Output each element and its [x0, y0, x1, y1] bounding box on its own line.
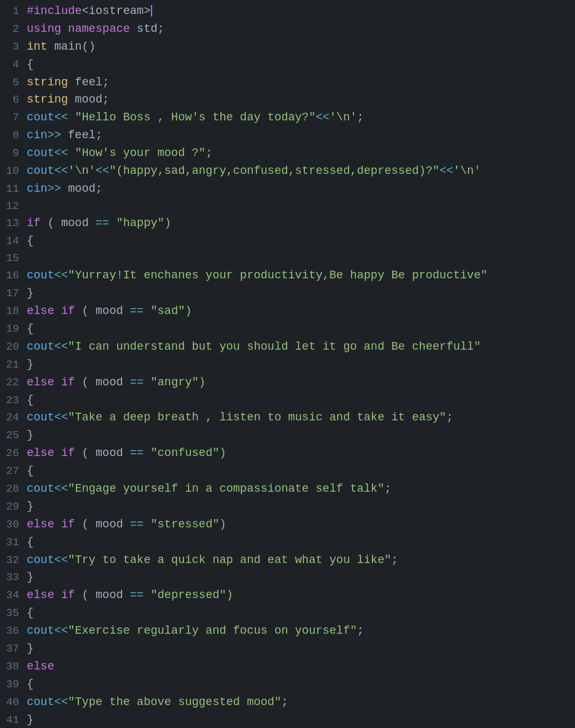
code-line: 33}: [0, 569, 575, 587]
token: '\n': [453, 164, 481, 177]
code-line: 35{: [0, 604, 575, 622]
token: main(): [47, 40, 96, 53]
token: {: [27, 394, 34, 406]
code-line: 13if ( mood == "happy"): [0, 215, 575, 232]
line-content: else if ( mood == "confused"): [27, 445, 226, 462]
code-editor: 1#include<iostream>2using namespace std;…: [0, 0, 575, 728]
line-number: 28: [5, 481, 19, 497]
code-line: 5string feel;: [0, 74, 575, 92]
line-number: 16: [5, 268, 19, 284]
token: [54, 304, 61, 317]
code-line: 30else if ( mood == "stressed"): [0, 516, 575, 534]
token: {: [27, 678, 34, 690]
token: ( mood: [75, 304, 130, 317]
line-content: int main(): [27, 38, 96, 56]
token: "Try to take a quick nap and eat what yo…: [68, 553, 392, 566]
line-number: 30: [5, 517, 19, 533]
token: >>: [47, 129, 61, 141]
token: cin: [27, 129, 47, 141]
token: "angry"): [144, 376, 206, 389]
line-number: 22: [5, 375, 19, 391]
code-line: 41}: [0, 711, 575, 728]
line-number: 27: [5, 463, 19, 480]
token: {: [27, 606, 34, 619]
code-line: 37}: [0, 640, 575, 658]
token: cout: [27, 553, 54, 566]
code-line: 17}: [0, 285, 575, 303]
token: ==: [130, 518, 144, 531]
line-content: else if ( mood == "angry"): [27, 374, 206, 392]
line-number: 36: [5, 623, 19, 639]
line-number: 10: [5, 163, 19, 180]
token: if: [61, 589, 75, 601]
line-number: 40: [5, 694, 19, 711]
token: ( mood: [75, 518, 130, 531]
token: cout: [27, 146, 54, 159]
token: <<: [54, 553, 68, 566]
token: "stressed"): [144, 518, 227, 531]
token: <<: [96, 164, 110, 177]
token: <<: [54, 340, 68, 353]
code-line: 12: [0, 198, 575, 215]
token: mood;: [68, 93, 110, 106]
token: ==: [130, 376, 144, 389]
token: <<: [54, 111, 68, 124]
text-cursor: [151, 5, 152, 17]
token: mood;: [61, 182, 103, 195]
line-content: cin>> feel;: [27, 127, 103, 145]
line-content: cin>> mood;: [27, 180, 103, 198]
code-line: 7cout<< "Hello Boss , How's the day toda…: [0, 109, 575, 127]
code-line: 22else if ( mood == "angry"): [0, 374, 575, 392]
token: "I can understand but you should let it …: [68, 340, 481, 353]
token: }: [27, 500, 34, 513]
token: ( mood: [75, 589, 130, 601]
line-number: 14: [5, 233, 19, 250]
token: else: [27, 518, 54, 531]
token: ( mood: [75, 446, 130, 459]
token: {: [27, 464, 34, 477]
code-line: 32cout<<"Try to take a quick nap and eat…: [0, 552, 575, 569]
line-number: 2: [5, 21, 19, 38]
line-content: {: [27, 320, 34, 338]
line-content: cout<<'\n'<<"(happy,sad,angry,confused,s…: [27, 162, 481, 180]
code-line: 14{: [0, 232, 575, 250]
code-line: 3int main(): [0, 38, 575, 56]
token: >>: [47, 182, 61, 195]
line-content: }: [27, 356, 34, 374]
code-line: 39{: [0, 676, 575, 694]
line-number: 19: [5, 321, 19, 338]
line-number: 4: [5, 57, 19, 73]
code-line: 20cout<<"I can understand but you should…: [0, 338, 575, 356]
code-line: 34else if ( mood == "depressed"): [0, 587, 575, 604]
line-content: }: [27, 498, 34, 516]
token: [54, 446, 61, 459]
token: string: [27, 76, 68, 89]
line-number: 35: [5, 605, 19, 622]
line-number: 20: [5, 339, 19, 355]
token: ==: [130, 589, 144, 601]
line-content: {: [27, 392, 34, 410]
line-content: cout<<"Type the above suggested mood";: [27, 694, 288, 711]
line-content: cout<<"I can understand but you should l…: [27, 338, 481, 356]
token: if: [61, 518, 75, 531]
token: feel;: [68, 76, 110, 89]
token: <<: [316, 111, 330, 124]
token: else: [27, 589, 54, 601]
token: }: [27, 571, 34, 583]
code-line: 8cin>> feel;: [0, 127, 575, 145]
token: <<: [54, 696, 68, 708]
token: ;: [392, 553, 399, 566]
code-line: 2using namespace std;: [0, 20, 575, 38]
code-line: 11cin>> mood;: [0, 180, 575, 198]
line-number: 34: [5, 587, 19, 604]
token: }: [27, 358, 34, 371]
token: ( mood: [75, 376, 130, 389]
line-number: 7: [5, 110, 19, 126]
token: #include: [27, 4, 82, 17]
line-number: 24: [5, 410, 19, 426]
token: [54, 589, 61, 601]
line-number: 38: [5, 659, 19, 675]
code-line: 6string mood;: [0, 91, 575, 109]
line-content: cout<<"Try to take a quick nap and eat w…: [27, 552, 398, 569]
code-line: 9cout<< "How's your mood ?";: [0, 145, 575, 162]
